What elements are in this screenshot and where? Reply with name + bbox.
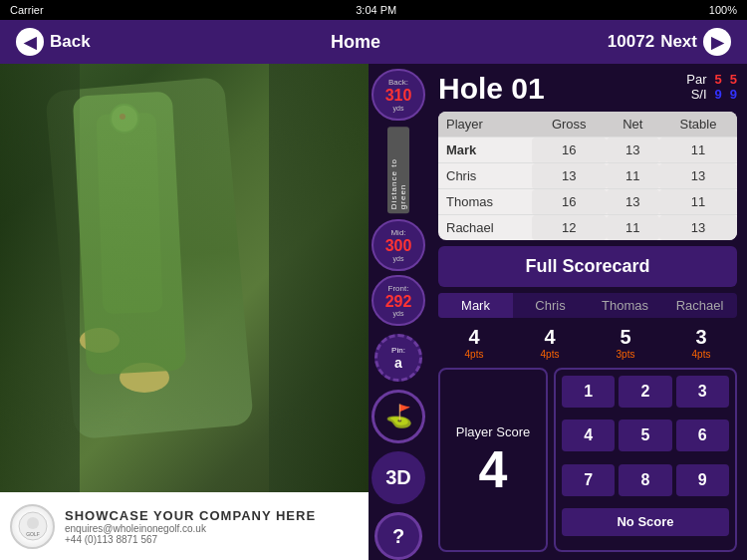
- col-gross: Gross: [532, 112, 607, 138]
- company-footer: GOLF SHOWCASE YOUR COMPANY HERE enquires…: [0, 492, 369, 560]
- back-button[interactable]: ◀ Back: [0, 20, 120, 64]
- gross-score: 16: [532, 189, 607, 215]
- gross-score: 12: [532, 215, 607, 241]
- gross-score: 16: [532, 138, 607, 163]
- mid-panel: Back: 310 yds Distance to green Mid: 300…: [369, 64, 428, 560]
- net-score: 11: [607, 163, 659, 189]
- score-pts: 3pts: [617, 349, 635, 360]
- back-unit: yds: [393, 105, 404, 112]
- company-phone: +44 (0)113 8871 567: [65, 534, 359, 545]
- num-button-1[interactable]: 1: [562, 376, 615, 408]
- company-logo: GOLF: [10, 504, 55, 549]
- score-entry: 4 4pts: [438, 326, 510, 360]
- net-score: 13: [607, 189, 659, 215]
- left-panel: GOLF SHOWCASE YOUR COMPANY HERE enquires…: [0, 64, 369, 560]
- bunker-1: [120, 363, 169, 393]
- help-button[interactable]: ?: [374, 512, 422, 560]
- mid-label: Mid:: [390, 228, 405, 237]
- player-tab[interactable]: Mark: [438, 293, 513, 318]
- distance-vertical-label: Distance to green: [387, 127, 409, 213]
- hole-header: Hole 01 Par 5 5 S/I 9 9: [438, 72, 737, 106]
- net-score: 11: [607, 215, 659, 241]
- num-button-8[interactable]: 8: [619, 464, 671, 496]
- full-scorecard-button[interactable]: Full Scorecard: [438, 246, 737, 287]
- next-button[interactable]: 10072 Next ▶: [592, 20, 747, 64]
- back-value: 310: [385, 87, 412, 105]
- stable-score: 11: [659, 138, 737, 163]
- table-row[interactable]: Thomas 16 13 11: [438, 189, 737, 215]
- 3d-button[interactable]: 3D: [372, 451, 425, 505]
- front-distance: Front: 292 yds: [372, 275, 425, 327]
- player-tab[interactable]: Rachael: [662, 293, 737, 318]
- fairway-overlay: [97, 113, 163, 314]
- score-entry: 4 4pts: [514, 326, 586, 360]
- col-player: Player: [438, 112, 532, 138]
- player-name: Mark: [438, 138, 532, 163]
- score-pts: 4pts: [692, 349, 711, 360]
- mid-value: 300: [385, 237, 412, 255]
- pin-label: Pin:: [391, 346, 405, 355]
- score-entry: 3 4pts: [665, 326, 737, 360]
- table-row[interactable]: Mark 16 13 11: [438, 138, 737, 163]
- num-button-6[interactable]: 6: [676, 420, 729, 451]
- score-number: 4: [544, 326, 555, 349]
- num-button-4[interactable]: 4: [562, 420, 615, 451]
- par-label: Par: [686, 72, 706, 87]
- num-button-7[interactable]: 7: [562, 464, 615, 496]
- pin-value: a: [394, 355, 402, 371]
- carrier-label: Carrier: [10, 4, 44, 16]
- main-content: GOLF SHOWCASE YOUR COMPANY HERE enquires…: [0, 64, 747, 560]
- back-arrow-icon: ◀: [16, 28, 44, 56]
- num-button-2[interactable]: 2: [619, 376, 671, 408]
- mid-distance: Mid: 300 yds: [372, 219, 425, 271]
- right-panel: Hole 01 Par 5 5 S/I 9 9 Player: [428, 64, 747, 560]
- score-number: 4: [468, 326, 479, 349]
- home-button[interactable]: Home: [120, 32, 592, 53]
- score-row: 4 4pts 4 4pts 5 3pts 3 4pts: [438, 324, 737, 362]
- pin-indicator: Pin: a: [374, 334, 422, 382]
- score-number: 3: [695, 326, 706, 349]
- company-email: enquires@wholeinonegolf.co.uk: [65, 523, 359, 534]
- stable-score: 13: [659, 215, 737, 241]
- back-label: Back:: [388, 78, 408, 87]
- gross-score: 13: [532, 163, 607, 189]
- player-name: Rachael: [438, 215, 532, 241]
- net-score: 13: [607, 138, 659, 163]
- score-pts: 4pts: [465, 349, 484, 360]
- time-label: 3:04 PM: [356, 4, 396, 16]
- bunker-2: [80, 328, 120, 353]
- num-button-3[interactable]: 3: [676, 376, 729, 408]
- svg-point-1: [27, 517, 39, 529]
- si-label: S/I: [691, 87, 707, 102]
- par-val1: 5: [715, 72, 722, 87]
- bottom-section: Player Score 4 123456789No Score: [438, 368, 737, 552]
- num-button-5[interactable]: 5: [619, 420, 671, 451]
- col-stable: Stable: [659, 112, 737, 138]
- trees-left: [0, 64, 80, 492]
- svg-text:GOLF: GOLF: [26, 531, 40, 537]
- table-row[interactable]: Rachael 12 11 13: [438, 215, 737, 241]
- player-name: Thomas: [438, 189, 532, 215]
- trees-right: [269, 64, 369, 492]
- front-unit: yds: [393, 310, 404, 317]
- company-text: SHOWCASE YOUR COMPANY HERE enquires@whol…: [65, 508, 359, 545]
- player-score-label: Player Score: [456, 424, 530, 439]
- table-row[interactable]: Chris 13 11 13: [438, 163, 737, 189]
- player-name: Chris: [438, 163, 532, 189]
- score-table: Player Gross Net Stable Mark 16 13 11 Ch…: [438, 112, 737, 240]
- score-entry: 5 3pts: [590, 326, 661, 360]
- number-pad: 123456789No Score: [554, 368, 737, 552]
- col-net: Net: [607, 112, 659, 138]
- golf-flag-button[interactable]: ⛳: [372, 390, 425, 443]
- player-tabs: MarkChrisThomasRachael: [438, 293, 737, 318]
- num-button-9[interactable]: 9: [676, 464, 729, 496]
- player-score-panel: Player Score 4: [438, 368, 548, 552]
- par-val2: 5: [730, 72, 737, 87]
- par-si: Par 5 5 S/I 9 9: [686, 72, 737, 102]
- player-tab[interactable]: Thomas: [588, 293, 662, 318]
- front-value: 292: [385, 293, 412, 311]
- no-score-button[interactable]: No Score: [562, 508, 729, 536]
- player-tab[interactable]: Chris: [513, 293, 588, 318]
- flag-dot: [120, 114, 125, 120]
- player-score-value: 4: [479, 443, 508, 495]
